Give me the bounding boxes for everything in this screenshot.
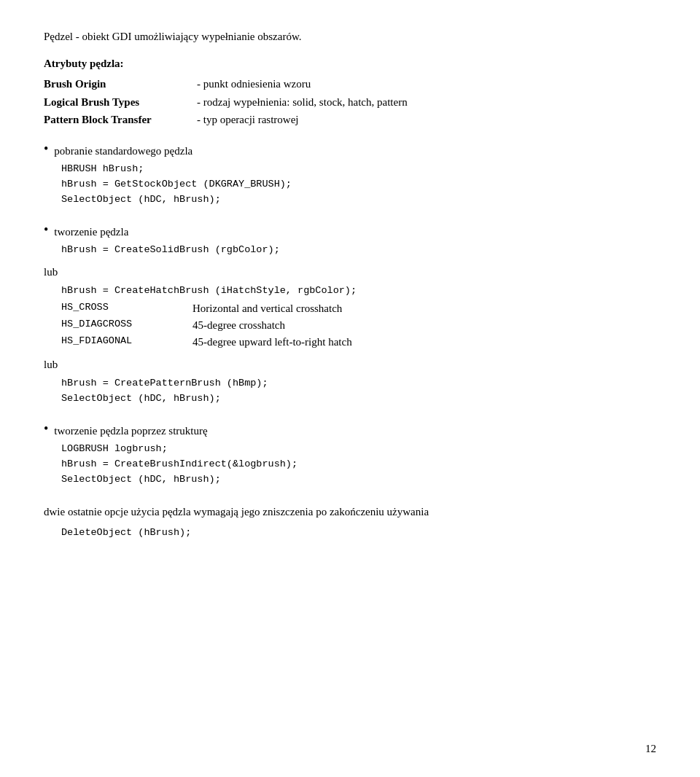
attr-desc-brush-origin: - punkt odniesienia wzoru [197,76,656,93]
attr-row-pattern-block: Pattern Block Transfer - typ operacji ra… [44,112,656,128]
hatch-row-1: HS_DIAGCROSS 45-degree crosshatch [61,317,656,334]
footer-text: dwie ostatnie opcje użycia pędzla wymaga… [44,504,656,520]
bullet-label-2: tworzenie pędzla [54,224,128,241]
attr-name-logical-brush: Logical Brush Types [44,94,197,111]
hatch-desc-0: Horizontal and vertical crosshatch [192,300,342,317]
footer-code-block: DeleteObject (hBrush); [61,526,656,541]
code-block-3: LOGBRUSH logbrush; hBrush = CreateBrushI… [61,442,656,488]
code-block-1: HBRUSH hBrush; hBrush = GetStockObject (… [61,162,656,208]
bullet-icon-3: • [44,421,48,437]
lub-text-2: lub [44,356,656,373]
code-line-3-1: hBrush = CreateBrushIndirect(&logbrush); [61,457,656,472]
attributes-heading: Atrybuty pędzla: [44,58,656,70]
lub-text-1: lub [44,264,656,281]
attr-row-brush-origin: Brush Origin - punkt odniesienia wzoru [44,76,656,93]
attr-desc-pattern-block: - typ operacji rastrowej [197,112,656,128]
attr-name-pattern-block: Pattern Block Transfer [44,112,197,128]
hatch-desc-1: 45-degree crosshatch [192,317,285,334]
code-line-2c-1: SelectObject (hDC, hBrush); [61,391,656,407]
hatch-name-1: HS_DIAGCROSS [61,317,192,334]
attr-row-logical-brush: Logical Brush Types - rodzaj wypełnienia… [44,94,656,111]
bullet-section-1: • pobranie standardowego pędzla HBRUSH h… [44,143,656,208]
bullet-icon-1: • [44,141,48,157]
attr-name-brush-origin: Brush Origin [44,76,197,93]
bullet-label-1: pobranie standardowego pędzla [54,143,192,160]
code-line-3-2: SelectObject (hDC, hBrush); [61,472,656,488]
hatch-row-2: HS_FDIAGONAL 45-degree upward left-to-ri… [61,334,656,351]
code-block-2c: hBrush = CreatePatternBrush (hBmp); Sele… [61,376,656,407]
code-line-3-0: LOGBRUSH logbrush; [61,442,656,457]
code-line-2a-0: hBrush = CreateSolidBrush (rgbColor); [61,243,656,258]
bullet-header-1: • pobranie standardowego pędzla [44,143,656,160]
hatch-row-0: HS_CROSS Horizontal and vertical crossha… [61,300,656,317]
bullet-section-2: • tworzenie pędzla hBrush = CreateSolidB… [44,224,656,407]
code-line-hatch-header: hBrush = CreateHatchBrush (iHatchStyle, … [61,284,656,299]
attr-desc-logical-brush: - rodzaj wypełnienia: solid, stock, hatc… [197,94,656,111]
code-line-1-0: HBRUSH hBrush; [61,162,656,177]
hatch-name-0: HS_CROSS [61,300,192,317]
hatch-desc-2: 45-degree upward left-to-right hatch [192,334,352,351]
code-block-2b: hBrush = CreateHatchBrush (iHatchStyle, … [61,284,656,299]
code-line-1-1: hBrush = GetStockObject (DKGRAY_BRUSH); [61,177,656,192]
bullet-section-3: • tworzenie pędzla poprzez strukturę LOG… [44,423,656,488]
bullet-icon-2: • [44,222,48,238]
page-number: 12 [645,743,656,755]
bullet-label-3: tworzenie pędzla poprzez strukturę [54,423,207,440]
code-block-2a: hBrush = CreateSolidBrush (rgbColor); [61,243,656,258]
footer-code-line: DeleteObject (hBrush); [61,526,656,541]
hatch-table: HS_CROSS Horizontal and vertical crossha… [61,300,656,351]
bullet-header-2: • tworzenie pędzla [44,224,656,241]
hatch-name-2: HS_FDIAGONAL [61,334,192,351]
code-line-1-2: SelectObject (hDC, hBrush); [61,192,656,208]
page-title: Pędzel - obiekt GDI umożliwiający wypełn… [44,29,656,44]
code-line-2c-0: hBrush = CreatePatternBrush (hBmp); [61,376,656,391]
bullet-header-3: • tworzenie pędzla poprzez strukturę [44,423,656,440]
attributes-table: Brush Origin - punkt odniesienia wzoru L… [44,76,656,128]
